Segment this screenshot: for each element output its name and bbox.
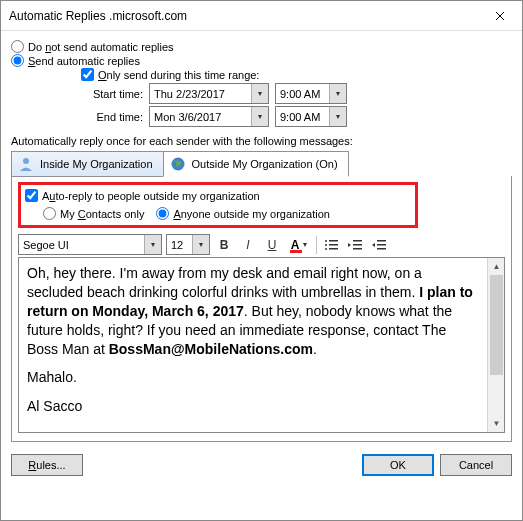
scroll-up-icon[interactable]: ▲	[488, 258, 505, 275]
close-icon	[495, 11, 505, 21]
svg-rect-11	[377, 240, 386, 242]
send-input[interactable]	[11, 54, 24, 67]
svg-rect-13	[377, 248, 386, 250]
increase-indent-button[interactable]	[369, 235, 389, 255]
chevron-down-icon: ▾	[329, 84, 346, 103]
start-date-combo[interactable]: Thu 2/23/2017 ▾	[149, 83, 269, 104]
svg-point-2	[325, 240, 327, 242]
font-family-combo[interactable]: Segoe UI ▾	[18, 234, 162, 255]
italic-button[interactable]: I	[238, 235, 258, 255]
chevron-down-icon: ▾	[329, 107, 346, 126]
scroll-thumb[interactable]	[490, 275, 503, 375]
rules-button[interactable]: Rules...	[11, 454, 83, 476]
chevron-down-icon: ▾	[192, 235, 209, 254]
send-radio[interactable]: Send automatic replies	[11, 54, 512, 67]
tab-panel-outside: Auto-reply to people outside my organiza…	[11, 176, 512, 442]
do-not-send-input[interactable]	[11, 40, 24, 53]
svg-rect-10	[353, 248, 362, 250]
bold-button[interactable]: B	[214, 235, 234, 255]
anyone-outside-radio[interactable]: Anyone outside my organization	[156, 207, 330, 220]
svg-point-4	[325, 244, 327, 246]
globe-icon	[170, 156, 186, 172]
close-button[interactable]	[478, 1, 522, 30]
section-heading: Automatically reply once for each sender…	[11, 135, 512, 147]
cancel-button[interactable]: Cancel	[440, 454, 512, 476]
ok-button[interactable]: OK	[362, 454, 434, 476]
start-time-label: Start time:	[31, 88, 149, 100]
editor-scrollbar[interactable]: ▲ ▼	[487, 258, 504, 432]
end-time-combo[interactable]: 9:00 AM ▾	[275, 106, 347, 127]
svg-rect-8	[353, 240, 362, 242]
auto-reply-outside-checkbox[interactable]: Auto-reply to people outside my organiza…	[25, 189, 411, 202]
chevron-down-icon: ▾	[251, 84, 268, 103]
start-time-combo[interactable]: 9:00 AM ▾	[275, 83, 347, 104]
end-date-combo[interactable]: Mon 3/6/2017 ▾	[149, 106, 269, 127]
tabs: Inside My Organization Outside My Organi…	[11, 151, 512, 177]
editor-container: Oh, hey there. I'm away from my desk and…	[18, 257, 505, 433]
title-text: Automatic Replies .microsoft.com	[9, 9, 478, 23]
bulleted-list-button[interactable]	[321, 235, 341, 255]
svg-point-6	[325, 248, 327, 250]
decrease-indent-button[interactable]	[345, 235, 365, 255]
person-icon	[18, 156, 34, 172]
anyone-outside-input[interactable]	[156, 207, 169, 220]
tab-outside[interactable]: Outside My Organization (On)	[163, 151, 349, 177]
svg-rect-3	[329, 240, 338, 242]
chevron-down-icon: ▾	[303, 240, 307, 249]
my-contacts-only-radio[interactable]: My Contacts only	[43, 207, 144, 220]
end-time-label: End time:	[31, 111, 149, 123]
my-contacts-only-input[interactable]	[43, 207, 56, 220]
auto-reply-outside-input[interactable]	[25, 189, 38, 202]
chevron-down-icon: ▾	[251, 107, 268, 126]
svg-rect-7	[329, 248, 338, 250]
svg-rect-12	[377, 244, 386, 246]
highlight-box: Auto-reply to people outside my organiza…	[18, 182, 418, 228]
separator	[316, 236, 317, 254]
underline-button[interactable]: U	[262, 235, 282, 255]
font-size-combo[interactable]: 12 ▾	[166, 234, 210, 255]
do-not-send-radio[interactable]: Do not send automatic replies	[11, 40, 512, 53]
font-color-button[interactable]: A▾	[286, 235, 312, 255]
chevron-down-icon: ▾	[144, 235, 161, 254]
scroll-down-icon[interactable]: ▼	[488, 415, 505, 432]
tab-inside[interactable]: Inside My Organization	[11, 151, 164, 177]
message-editor[interactable]: Oh, hey there. I'm away from my desk and…	[19, 258, 487, 432]
svg-rect-5	[329, 244, 338, 246]
only-send-range-input[interactable]	[81, 68, 94, 81]
footer: Rules... OK Cancel	[1, 446, 522, 484]
editor-toolbar: Segoe UI ▾ 12 ▾ B I U A▾	[18, 234, 505, 255]
svg-rect-9	[353, 244, 362, 246]
only-send-range-checkbox[interactable]: Only send during this time range:	[81, 68, 512, 81]
titlebar: Automatic Replies .microsoft.com	[1, 1, 522, 31]
svg-point-0	[23, 158, 29, 164]
